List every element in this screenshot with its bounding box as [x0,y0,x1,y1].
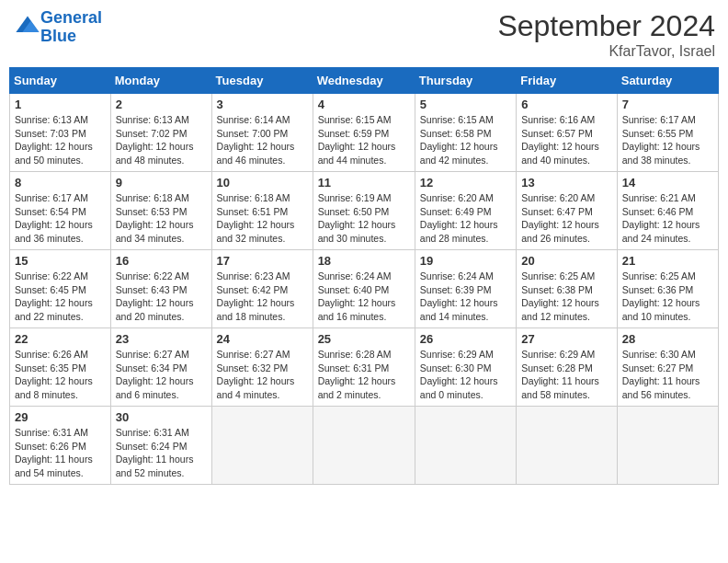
day-info: Sunrise: 6:13 AMSunset: 7:03 PMDaylight:… [15,113,106,167]
calendar-cell: 30Sunrise: 6:31 AMSunset: 6:24 PMDayligh… [110,407,211,485]
col-header-friday: Friday [517,68,618,94]
logo-general: General [40,8,102,27]
logo-text: General Blue [40,9,102,46]
day-number: 3 [217,98,308,111]
day-info: Sunrise: 6:30 AMSunset: 6:27 PMDaylight:… [622,348,713,402]
calendar-week-3: 15Sunrise: 6:22 AMSunset: 6:45 PMDayligh… [10,250,719,328]
day-info: Sunrise: 6:21 AMSunset: 6:46 PMDaylight:… [622,191,713,246]
calendar-cell: 29Sunrise: 6:31 AMSunset: 6:26 PMDayligh… [10,407,111,485]
day-number: 2 [116,98,207,111]
day-number: 20 [521,254,612,268]
day-info: Sunrise: 6:15 AMSunset: 6:58 PMDaylight:… [420,113,511,167]
day-info: Sunrise: 6:19 AMSunset: 6:50 PMDaylight:… [318,191,410,246]
calendar-cell: 24Sunrise: 6:27 AMSunset: 6:32 PMDayligh… [211,328,313,407]
title-block: September 2024 KfarTavor, Israel [497,9,715,60]
calendar-cell: 25Sunrise: 6:28 AMSunset: 6:31 PMDayligh… [313,328,415,407]
day-number: 27 [521,332,612,346]
day-info: Sunrise: 6:13 AMSunset: 7:02 PMDaylight:… [116,113,207,167]
col-header-sunday: Sunday [10,68,111,94]
day-number: 9 [116,176,207,190]
calendar-cell: 26Sunrise: 6:29 AMSunset: 6:30 PMDayligh… [415,328,516,407]
day-number: 8 [15,176,106,190]
day-number: 21 [622,254,713,268]
day-number: 11 [318,176,410,190]
calendar-cell: 11Sunrise: 6:19 AMSunset: 6:50 PMDayligh… [313,172,415,250]
day-info: Sunrise: 6:23 AMSunset: 6:42 PMDaylight:… [217,270,308,324]
main-title: September 2024 [497,9,715,43]
day-info: Sunrise: 6:22 AMSunset: 6:45 PMDaylight:… [15,270,106,324]
day-info: Sunrise: 6:25 AMSunset: 6:38 PMDaylight:… [521,270,612,324]
calendar-cell: 19Sunrise: 6:24 AMSunset: 6:39 PMDayligh… [415,250,516,328]
subtitle: KfarTavor, Israel [497,43,715,60]
day-info: Sunrise: 6:24 AMSunset: 6:40 PMDaylight:… [318,270,410,324]
calendar-week-1: 1Sunrise: 6:13 AMSunset: 7:03 PMDaylight… [10,94,719,172]
logo: General Blue [13,9,102,46]
calendar-cell: 4Sunrise: 6:15 AMSunset: 6:59 PMDaylight… [313,94,415,172]
day-number: 26 [420,332,511,346]
day-info: Sunrise: 6:26 AMSunset: 6:35 PMDaylight:… [15,348,106,402]
col-header-saturday: Saturday [617,68,718,94]
day-number: 5 [420,98,511,111]
col-header-wednesday: Wednesday [313,68,415,94]
day-info: Sunrise: 6:20 AMSunset: 6:47 PMDaylight:… [521,191,612,246]
calendar-cell: 5Sunrise: 6:15 AMSunset: 6:58 PMDaylight… [415,94,516,172]
day-info: Sunrise: 6:20 AMSunset: 6:49 PMDaylight:… [420,191,511,246]
day-info: Sunrise: 6:22 AMSunset: 6:43 PMDaylight:… [116,270,207,324]
day-number: 18 [318,254,410,268]
col-header-thursday: Thursday [415,68,516,94]
logo-blue: Blue [40,27,76,45]
col-header-tuesday: Tuesday [211,68,313,94]
calendar-cell: 14Sunrise: 6:21 AMSunset: 6:46 PMDayligh… [617,172,718,250]
calendar-cell: 21Sunrise: 6:25 AMSunset: 6:36 PMDayligh… [617,250,718,328]
calendar-cell [517,407,618,485]
calendar-cell: 22Sunrise: 6:26 AMSunset: 6:35 PMDayligh… [10,328,111,407]
day-info: Sunrise: 6:29 AMSunset: 6:28 PMDaylight:… [521,348,612,402]
day-info: Sunrise: 6:27 AMSunset: 6:34 PMDaylight:… [116,348,207,402]
day-info: Sunrise: 6:18 AMSunset: 6:51 PMDaylight:… [217,191,308,246]
day-number: 6 [521,98,612,111]
day-info: Sunrise: 6:27 AMSunset: 6:32 PMDaylight:… [217,348,308,402]
day-number: 17 [217,254,308,268]
calendar-cell: 2Sunrise: 6:13 AMSunset: 7:02 PMDaylight… [110,94,211,172]
calendar-cell: 23Sunrise: 6:27 AMSunset: 6:34 PMDayligh… [110,328,211,407]
calendar-cell: 10Sunrise: 6:18 AMSunset: 6:51 PMDayligh… [211,172,313,250]
day-number: 19 [420,254,511,268]
day-number: 28 [622,332,713,346]
calendar-cell: 15Sunrise: 6:22 AMSunset: 6:45 PMDayligh… [10,250,111,328]
day-info: Sunrise: 6:16 AMSunset: 6:57 PMDaylight:… [521,113,612,167]
page-header: General Blue September 2024 KfarTavor, I… [9,9,719,60]
day-info: Sunrise: 6:14 AMSunset: 7:00 PMDaylight:… [217,113,308,167]
day-info: Sunrise: 6:24 AMSunset: 6:39 PMDaylight:… [420,270,511,324]
day-info: Sunrise: 6:28 AMSunset: 6:31 PMDaylight:… [318,348,410,402]
logo-icon [15,13,40,39]
day-number: 1 [15,98,106,111]
day-number: 4 [318,98,410,111]
calendar-cell: 9Sunrise: 6:18 AMSunset: 6:53 PMDaylight… [110,172,211,250]
day-number: 23 [116,332,207,346]
day-number: 16 [116,254,207,268]
day-number: 12 [420,176,511,190]
day-number: 7 [622,98,713,111]
day-number: 30 [116,410,207,424]
calendar-cell: 16Sunrise: 6:22 AMSunset: 6:43 PMDayligh… [110,250,211,328]
day-number: 15 [15,254,106,268]
calendar-cell [313,407,415,485]
calendar-cell: 12Sunrise: 6:20 AMSunset: 6:49 PMDayligh… [415,172,516,250]
day-info: Sunrise: 6:18 AMSunset: 6:53 PMDaylight:… [116,191,207,246]
calendar-cell: 8Sunrise: 6:17 AMSunset: 6:54 PMDaylight… [10,172,111,250]
calendar-cell: 28Sunrise: 6:30 AMSunset: 6:27 PMDayligh… [617,328,718,407]
calendar-cell: 13Sunrise: 6:20 AMSunset: 6:47 PMDayligh… [517,172,618,250]
calendar-cell: 7Sunrise: 6:17 AMSunset: 6:55 PMDaylight… [617,94,718,172]
day-number: 14 [622,176,713,190]
calendar-week-2: 8Sunrise: 6:17 AMSunset: 6:54 PMDaylight… [10,172,719,250]
calendar-week-4: 22Sunrise: 6:26 AMSunset: 6:35 PMDayligh… [10,328,719,407]
calendar-cell [617,407,718,485]
day-info: Sunrise: 6:17 AMSunset: 6:55 PMDaylight:… [622,113,713,167]
calendar-cell [415,407,516,485]
day-info: Sunrise: 6:29 AMSunset: 6:30 PMDaylight:… [420,348,511,402]
calendar-cell: 3Sunrise: 6:14 AMSunset: 7:00 PMDaylight… [211,94,313,172]
day-number: 13 [521,176,612,190]
day-number: 22 [15,332,106,346]
day-number: 10 [217,176,308,190]
calendar-cell: 20Sunrise: 6:25 AMSunset: 6:38 PMDayligh… [517,250,618,328]
